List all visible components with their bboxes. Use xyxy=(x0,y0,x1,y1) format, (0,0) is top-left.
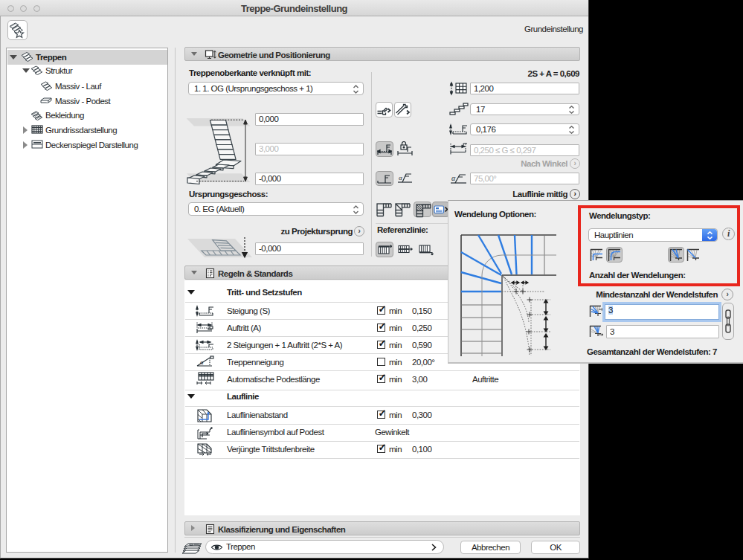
svg-text:α: α xyxy=(399,174,402,181)
svg-text:α: α xyxy=(451,174,456,182)
